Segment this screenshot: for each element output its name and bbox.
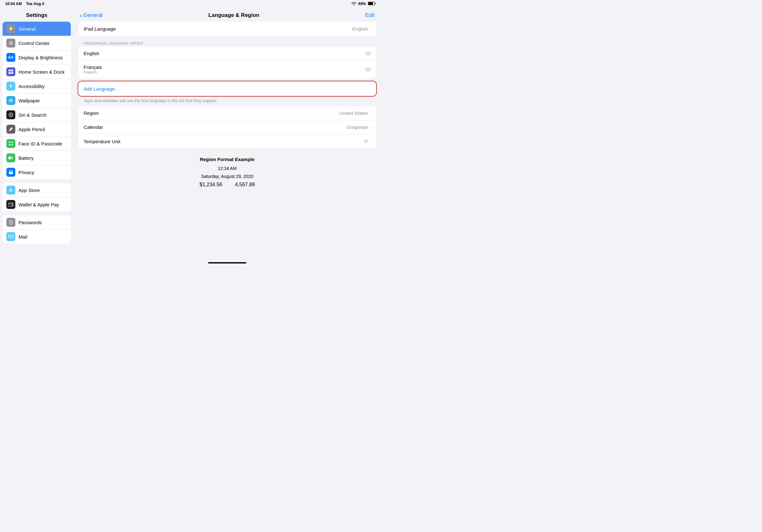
region-format-num1: $1,234.56 (199, 182, 222, 187)
svg-point-26 (12, 204, 13, 206)
svg-rect-23 (9, 157, 11, 159)
right-header: ‹ General Language & Region Edit (73, 8, 381, 22)
battery-level: 69% (358, 2, 366, 6)
language-item-french[interactable]: Français French (79, 61, 376, 79)
sidebar-item-wallpaper[interactable]: Wallpaper (3, 94, 71, 108)
sidebar-item-wallet[interactable]: Wallet & Apple Pay (3, 197, 71, 212)
sidebar-item-face-id[interactable]: Face ID & Passcode (3, 137, 71, 151)
region-format-example: Region Format Example 12:34 AM Saturday,… (79, 152, 376, 193)
sidebar-label-home-screen: Home Screen & Dock (19, 69, 64, 75)
svg-rect-25 (8, 204, 13, 204)
sidebar-label-wallet: Wallet & Apple Pay (19, 202, 59, 207)
siri-icon (6, 110, 15, 119)
svg-point-6 (9, 43, 11, 45)
calendar-chevron-icon: › (369, 125, 371, 130)
wifi-icon (351, 2, 356, 6)
sidebar-label-wallpaper: Wallpaper (19, 98, 40, 103)
sidebar-item-accessibility[interactable]: Accessibility (3, 79, 71, 94)
ipad-language-row[interactable]: iPad Language English › (79, 22, 376, 36)
edit-button[interactable]: Edit (365, 12, 375, 19)
sidebar-item-battery[interactable]: Battery (3, 151, 71, 165)
add-language-row[interactable]: Add Language... (79, 82, 376, 96)
sidebar-label-face-id: Face ID & Passcode (19, 141, 62, 146)
temperature-chevron-icon: › (369, 139, 371, 144)
sidebar-item-mail[interactable]: Mail (3, 230, 71, 244)
sidebar-label-general: General (19, 26, 36, 32)
wallpaper-icon (6, 96, 15, 105)
home-bar (208, 262, 246, 263)
drag-handle-french[interactable] (365, 68, 371, 71)
sidebar-item-app-store[interactable]: A App Store (3, 183, 71, 197)
calendar-value: Gregorian › (347, 124, 371, 130)
svg-rect-18 (12, 142, 13, 143)
add-language-label: Add Language... (84, 86, 119, 92)
temperature-value-text: °F (363, 139, 368, 144)
drag-handle-english[interactable] (365, 52, 371, 55)
sidebar-item-control-center[interactable]: Control Center (3, 36, 71, 50)
svg-point-7 (11, 43, 12, 45)
region-row[interactable]: Region United States › (79, 106, 376, 120)
region-format-time: 12:34 AM (84, 165, 371, 172)
svg-point-27 (11, 221, 12, 222)
sidebar-label-display: Display & Brightness (19, 55, 62, 60)
status-time-date: 10:04 AM Tue Aug 4 (5, 2, 44, 6)
temperature-value: °F › (363, 139, 371, 144)
region-value-text: United States (339, 110, 368, 116)
english-label: English (84, 51, 99, 56)
pencil-icon (6, 125, 15, 134)
svg-rect-20 (12, 144, 13, 146)
calendar-row[interactable]: Calendar Gregorian › (79, 120, 376, 134)
sidebar-group-1: General Control Center AA Display & Brig… (3, 22, 71, 179)
back-button[interactable]: ‹ General (80, 12, 103, 19)
calendar-value-text: Gregorian (347, 124, 368, 130)
sidebar-item-home-screen[interactable]: Home Screen & Dock (3, 65, 71, 79)
sidebar-label-apple-pencil: Apple Pencil (19, 127, 45, 132)
helper-text: Apps and websites will use the first lan… (79, 97, 376, 106)
sidebar-item-apple-pencil[interactable]: Apple Pencil (3, 122, 71, 137)
face-id-icon (6, 139, 15, 148)
temperature-label: Temperature Unit (84, 139, 120, 144)
sidebar-item-passwords[interactable]: Passwords (3, 215, 71, 230)
main-layout: Settings General Control Center AA Displ… (0, 8, 381, 266)
display-icon: AA (6, 53, 15, 62)
ipad-language-label: iPad Language (84, 26, 116, 32)
region-format-num2: 4,567.89 (235, 182, 255, 187)
region-chevron-icon: › (369, 111, 371, 116)
sidebar-group-2: A App Store Wallet & Apple Pay (3, 183, 71, 212)
sidebar-item-general[interactable]: General (3, 22, 71, 36)
sidebar-item-privacy[interactable]: Privacy (3, 165, 71, 179)
wallet-icon (6, 200, 15, 209)
region-value: United States › (339, 110, 371, 116)
status-time: 10:04 AM (5, 2, 22, 6)
french-label: Français (84, 64, 102, 70)
accessibility-icon (6, 82, 15, 91)
region-format-title: Region Format Example (84, 157, 371, 162)
sidebar-item-siri-search[interactable]: Siri & Search (3, 108, 71, 122)
region-label: Region (84, 110, 99, 116)
ipad-language-card: iPad Language English › (79, 22, 376, 36)
sidebar-label-accessibility: Accessibility (19, 84, 45, 89)
sidebar-title: Settings (0, 8, 73, 22)
french-sublabel: French (84, 70, 102, 75)
svg-point-4 (9, 41, 11, 43)
region-format-date: Saturday, August 29, 2020 (84, 172, 371, 180)
sidebar-label-app-store: App Store (19, 187, 40, 193)
language-item-english[interactable]: English (79, 46, 376, 61)
sidebar-label-siri-search: Siri & Search (19, 112, 46, 118)
sidebar-label-battery: Battery (19, 155, 34, 161)
general-icon (6, 24, 15, 33)
region-card: Region United States › Calendar Gregoria… (79, 106, 376, 148)
ipad-language-value-text: English (352, 26, 368, 32)
svg-rect-11 (11, 72, 13, 74)
temperature-row[interactable]: Temperature Unit °F › (79, 134, 376, 148)
sidebar-label-control-center: Control Center (19, 40, 50, 46)
svg-point-16 (10, 114, 12, 115)
control-center-icon (6, 38, 15, 47)
sidebar-item-display[interactable]: AA Display & Brightness (3, 50, 71, 65)
sidebar: Settings General Control Center AA Displ… (0, 8, 73, 266)
sidebar-label-privacy: Privacy (19, 170, 34, 175)
back-label: General (83, 12, 103, 19)
svg-rect-17 (9, 142, 10, 143)
battery-settings-icon (6, 154, 15, 162)
app-store-icon: A (6, 186, 15, 195)
